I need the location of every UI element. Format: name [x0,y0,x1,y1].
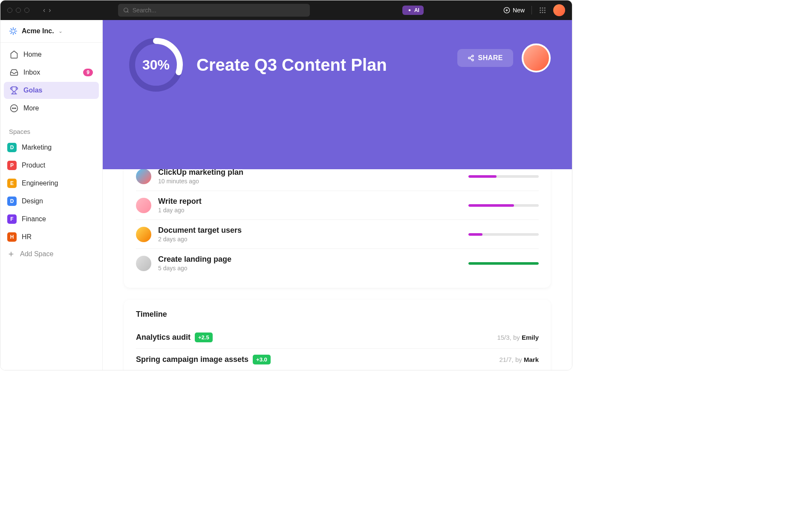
svg-point-12 [540,12,541,13]
ai-button[interactable]: AI [402,6,424,15]
nav-home[interactable]: Home [4,46,99,63]
share-label: SHARE [478,54,503,62]
search-box[interactable] [118,4,310,17]
space-item[interactable]: PProduct [0,156,102,174]
nav-label: Home [23,51,42,58]
nav-arrows: ‹ › [43,6,51,14]
space-icon: H [7,232,17,242]
topbar: ‹ › AI New [0,0,572,20]
space-item[interactable]: EEngineering [0,174,102,192]
svg-point-9 [540,10,541,11]
space-item[interactable]: HHR [0,228,102,246]
close-window[interactable] [7,8,12,13]
nav-more[interactable]: More [4,100,99,117]
timeline-name: Analytics audit [136,333,191,342]
target-name: ClickUp marketing plan [158,168,462,177]
timeline-title: Timeline [136,310,539,319]
share-icon [468,55,474,61]
svg-point-11 [544,10,546,11]
maximize-window[interactable] [24,8,29,13]
plus-icon [7,250,15,258]
svg-line-22 [14,29,16,30]
svg-line-20 [14,32,16,34]
target-name: Create landing page [158,255,462,264]
target-name: Document target users [158,226,462,235]
svg-line-1 [127,12,128,13]
search-icon [123,7,129,13]
assignee-avatar [136,256,151,271]
timeline-card: Timeline Analytics audit+2.515/3, by Emi… [124,300,551,370]
add-space-label: Add Space [20,250,53,258]
ai-label: AI [414,7,419,13]
back-button[interactable]: ‹ [43,6,45,14]
ai-icon [407,7,413,13]
svg-point-32 [468,57,470,59]
svg-point-13 [542,12,543,13]
svg-line-19 [11,29,12,30]
add-space-button[interactable]: Add Space [0,246,102,262]
progress-bar [468,262,539,265]
timeline-item[interactable]: Analytics audit+2.515/3, by Emily [136,327,539,349]
space-icon: F [7,214,17,224]
target-item[interactable]: Write report1 day ago [136,191,539,220]
space-item[interactable]: DMarketing [0,139,102,156]
space-name: Design [22,197,43,205]
svg-point-7 [542,7,543,9]
owner-avatar[interactable] [522,43,551,72]
timeline-item[interactable]: Spring campaign image assets+3.021/7, by… [136,349,539,370]
timeline-badge: +2.5 [195,332,213,342]
chevron-down-icon: ⌄ [58,28,63,34]
share-button[interactable]: SHARE [457,49,513,67]
nav-label: More [23,104,39,112]
assignee-avatar [136,198,151,213]
divider [531,6,532,14]
search-input[interactable] [133,7,305,14]
svg-point-0 [124,8,128,12]
spaces-label: Spaces [0,120,102,139]
inbox-icon [10,68,18,77]
space-name: Product [22,162,45,169]
minimize-window[interactable] [16,8,21,13]
workspace-name: Acme Inc. [22,27,54,35]
progress-ring: 30% [128,37,184,93]
target-time: 10 minutes ago [158,178,462,185]
more-icon [10,104,18,113]
svg-point-8 [544,7,546,9]
svg-line-34 [470,58,472,60]
space-item[interactable]: FFinance [0,210,102,228]
workspace-selector[interactable]: Acme Inc. ⌄ [0,20,102,43]
new-label: New [513,7,525,14]
window-controls [7,8,29,13]
nav-inbox[interactable]: Inbox 9 [4,64,99,81]
space-name: Marketing [22,144,52,151]
svg-point-10 [542,10,543,11]
progress-percent: 30% [142,57,170,73]
new-button[interactable]: New [503,7,525,14]
space-name: Engineering [22,179,58,187]
timeline-name: Spring campaign image assets [136,355,248,364]
user-avatar[interactable] [553,4,565,16]
svg-point-14 [544,12,546,13]
workspace-logo-icon [9,27,17,35]
space-icon: D [7,143,17,152]
target-item[interactable]: Create landing page5 days ago [136,249,539,278]
target-item[interactable]: Document target users2 days ago [136,220,539,249]
space-icon: D [7,197,17,206]
space-name: HR [22,233,32,241]
svg-point-26 [15,108,16,109]
space-icon: E [7,179,17,188]
space-name: Finance [22,215,46,223]
timeline-badge: +3.0 [253,355,271,364]
space-item[interactable]: DDesign [0,192,102,210]
forward-button[interactable]: › [49,6,51,14]
svg-point-25 [14,108,14,109]
apps-icon[interactable] [539,6,546,14]
svg-point-24 [12,108,13,109]
target-name: Write report [158,197,462,206]
progress-bar [468,233,539,236]
assignee-avatar [136,227,151,242]
nav-label: Inbox [23,69,40,76]
nav-label: Golas [23,87,42,94]
nav-goals[interactable]: Golas [4,82,99,99]
timeline-meta: 21/7, by Mark [499,356,539,363]
